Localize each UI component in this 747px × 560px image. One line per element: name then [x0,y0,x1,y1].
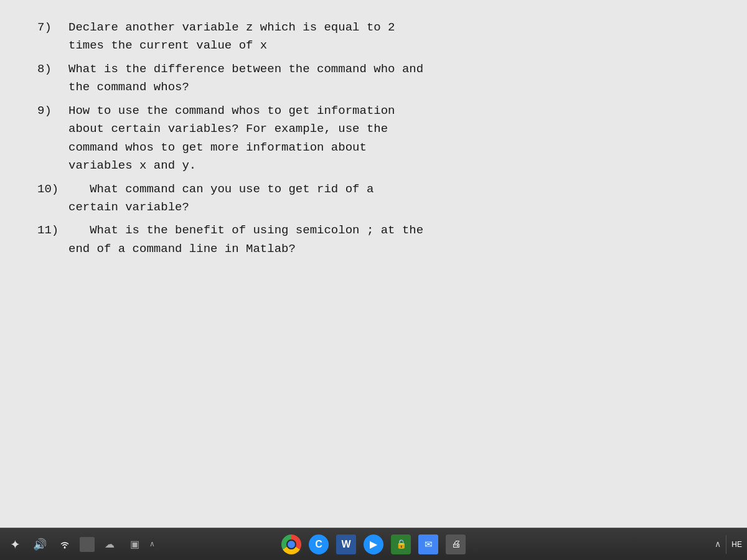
question-9-line-1: 9) How to use the command whos to get in… [37,102,710,120]
q10-text-2: certain variable? [37,198,710,217]
taskbar-icon-sound[interactable]: 🔊 [30,534,50,554]
question-9: 9) How to use the command whos to get in… [37,102,710,175]
shield-icon[interactable]: 🔒 [388,532,413,557]
question-8: 8) What is the difference between the co… [37,60,710,97]
question-10: 10) What command can you use to get rid … [37,180,710,217]
taskbar-center: C W ▶ 🔒 ✉ 🖨 [279,532,468,557]
q10-number: 10) [37,180,68,198]
q9-text-2: about certain variables? For example, us… [37,120,710,138]
chrome-app-icon[interactable] [279,532,304,557]
document-content: 7) Declare another variable z which is e… [0,0,747,528]
blue-c-icon[interactable]: C [306,532,331,557]
question-7: 7) Declare another variable z which is e… [37,19,710,55]
taskbar-right: ∧ HE [715,535,742,554]
taskbar-icon-display[interactable]: ▣ [125,534,144,554]
question-7-line-1: 7) Declare another variable z which is e… [37,19,710,37]
navigate-icon[interactable]: ▶ [361,532,386,557]
q8-text-2: the command whos? [37,78,710,96]
taskbar: ✦ 🔊 ☁ ▣ ∧ C W ▶ [0,528,747,560]
q11-text-2: end of a command line in Matlab? [37,240,710,258]
q7-text-2: times the current value of x [37,37,710,55]
taskbar-icon-cloud[interactable]: ☁ [100,534,120,554]
q9-text-3: command whos to get more information abo… [37,139,710,157]
q10-text-1: What command can you use to get rid of a [68,180,710,198]
q11-number: 11) [37,222,68,240]
q8-number: 8) [37,60,68,78]
taskbar-time: HE [731,540,742,549]
mail-icon[interactable]: ✉ [416,532,441,557]
printer-icon[interactable]: 🖨 [443,532,468,557]
svg-point-0 [64,546,66,548]
q8-text-1: What is the difference between the comma… [68,60,710,78]
q9-text-1: How to use the command whos to get infor… [68,102,710,120]
taskbar-separator [726,535,726,554]
taskbar-icon-wifi[interactable] [55,534,75,554]
q9-number: 9) [37,102,68,120]
question-10-line-1: 10) What command can you use to get rid … [37,180,710,198]
question-11: 11) What is the benefit of using semicol… [37,222,710,258]
q7-text-1: Declare another variable z which is equa… [68,19,710,37]
q11-text-1: What is the benefit of using semicolon ;… [68,222,710,240]
taskbar-icon-star[interactable]: ✦ [5,534,25,554]
tray-chevron[interactable]: ∧ [715,539,721,549]
word-app-icon[interactable]: W [334,532,359,557]
q9-text-4: variables x and y. [37,157,710,175]
taskbar-icon-stop[interactable] [80,537,95,552]
taskbar-chevron-up[interactable]: ∧ [149,539,155,549]
q7-number: 7) [37,19,68,37]
question-11-line-1: 11) What is the benefit of using semicol… [37,222,710,240]
question-8-line-1: 8) What is the difference between the co… [37,60,710,78]
time-display: HE [731,540,742,549]
